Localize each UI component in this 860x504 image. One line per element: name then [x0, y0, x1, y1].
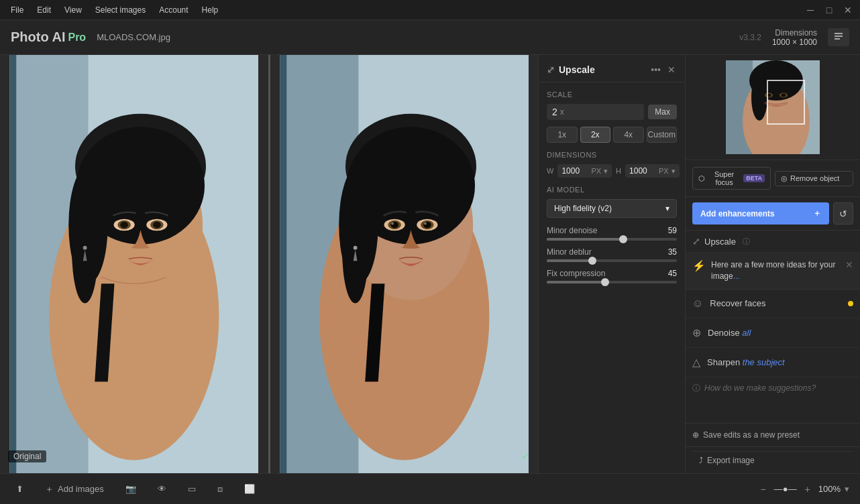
- ai-model-value: High fidelity (v2): [554, 204, 612, 213]
- upscale-body: Scale 2 x Max 1x 2x 4x Custom Dimensions…: [539, 82, 685, 298]
- super-focus-label: Super focus: [708, 170, 741, 186]
- add-enhancements-plus: ＋: [813, 208, 821, 219]
- upscale-more-button[interactable]: •••: [649, 63, 662, 76]
- upscale-icon: ⤢: [547, 64, 555, 75]
- menu-select-images[interactable]: Select images: [90, 4, 151, 16]
- upscale-settings-panel: ⤢ Upscale ••• ✕ Scale 2 x Max 1x 2x 4x: [538, 55, 686, 473]
- denoise-label: Denoise all: [708, 328, 853, 338]
- scale-preset-1x[interactable]: 1x: [547, 127, 578, 143]
- menu-help[interactable]: Help: [197, 4, 224, 16]
- maximize-button[interactable]: □: [822, 3, 836, 17]
- ai-model-section: AI model High fidelity (v2) ▾: [547, 186, 677, 218]
- minor-deblur-thumb[interactable]: [588, 257, 596, 265]
- titlebar: File Edit View Select images Account Hel…: [0, 0, 860, 20]
- upscale-info-icon[interactable]: ⓘ: [743, 237, 750, 247]
- camera-button[interactable]: 📷: [120, 481, 142, 497]
- minor-denoise-value: 59: [668, 226, 677, 235]
- scale-input-group: 2 x: [547, 104, 644, 120]
- fix-compression-thumb[interactable]: [601, 278, 609, 286]
- upscale-close-button[interactable]: ✕: [666, 63, 677, 76]
- upload-button[interactable]: ⬆: [11, 481, 29, 497]
- filename-label: MLOADS.COM.jpg: [97, 32, 170, 42]
- export-icon: ⤴: [699, 456, 703, 465]
- ai-model-chevron: ▾: [665, 204, 669, 213]
- dim-w-input[interactable]: [561, 166, 588, 176]
- processed-portrait: [270, 55, 539, 473]
- sharpen-label: Sharpen the subject: [707, 357, 853, 367]
- menu-file[interactable]: File: [5, 4, 29, 16]
- thumbnail-container: [726, 60, 820, 154]
- appbar: Photo AI Pro MLOADS.COM.jpg v3.3.2 Dimen…: [0, 20, 860, 55]
- sidebar-right: ⬡ Super focus BETA ◎ Remove object Add e…: [686, 55, 860, 473]
- menu-edit[interactable]: Edit: [32, 4, 56, 16]
- rotate-button[interactable]: ↺: [833, 202, 853, 225]
- split-icon: ⧈: [217, 484, 223, 495]
- ai-model-select[interactable]: High fidelity (v2) ▾: [547, 199, 677, 218]
- lightning-icon: ⚡: [692, 259, 706, 272]
- minor-deblur-track[interactable]: [547, 259, 677, 262]
- fix-compression-track[interactable]: [547, 281, 677, 284]
- layout-button[interactable]: ▭: [182, 481, 201, 497]
- svg-point-36: [391, 223, 394, 225]
- zoom-dropdown-icon[interactable]: ▾: [845, 484, 849, 494]
- minor-denoise-thumb[interactable]: [619, 235, 627, 243]
- add-images-button[interactable]: ＋ Add images: [40, 481, 109, 498]
- scale-max-button[interactable]: Max: [648, 105, 677, 119]
- scale-preset-custom[interactable]: Custom: [647, 127, 678, 143]
- export-button[interactable]: ⤴ Export image: [692, 451, 853, 469]
- suggestion-banner: ⚡ Here are a few more ideas for your ima…: [686, 253, 860, 290]
- camera-icon: 📷: [125, 484, 136, 494]
- minor-denoise-track[interactable]: [547, 238, 677, 241]
- menu-bar: File Edit View Select images Account Hel…: [5, 4, 223, 16]
- compare-button[interactable]: ⬜: [239, 481, 260, 497]
- minor-deblur-value: 35: [668, 247, 677, 257]
- window-controls: ─ □ ✕: [804, 3, 855, 17]
- suggestion-banner-text: Here are a few more ideas for your image…: [711, 259, 840, 282]
- minimize-button[interactable]: ─: [804, 3, 817, 17]
- zoom-area: − —●— + 100% ▾: [757, 483, 849, 496]
- eye-button[interactable]: 👁: [152, 481, 172, 497]
- svg-point-45: [751, 74, 767, 121]
- dim-h-label: H: [616, 167, 621, 175]
- export-label: Export image: [707, 456, 755, 465]
- suggestions-area: ⚡ Here are a few more ideas for your ima…: [686, 253, 860, 423]
- dim-w-group: PX ▾: [557, 164, 612, 178]
- dim-h-dropdown[interactable]: ▾: [671, 167, 676, 176]
- dimensions-value: 1000 × 1000: [772, 38, 817, 47]
- menu-view[interactable]: View: [59, 4, 87, 16]
- remove-object-label: Remove object: [790, 174, 839, 182]
- dim-w-dropdown[interactable]: ▾: [604, 167, 608, 176]
- how-suggestion-link[interactable]: ⓘ How do we make suggestions?: [686, 377, 860, 399]
- svg-point-49: [782, 94, 786, 97]
- panel-toggle-button[interactable]: [828, 28, 849, 46]
- original-image-panel: Original: [0, 55, 268, 473]
- zoom-plus-button[interactable]: +: [801, 483, 814, 496]
- denoise-icon: ⊕: [692, 326, 701, 339]
- close-button[interactable]: ✕: [841, 3, 855, 17]
- eye-icon: 👁: [158, 484, 166, 494]
- add-enhancements-button[interactable]: Add enhancements ＋: [692, 202, 829, 225]
- remove-object-button[interactable]: ◎ Remove object: [775, 171, 853, 186]
- scale-row: 2 x Max: [547, 104, 677, 120]
- suggestion-sharpen[interactable]: △ Sharpen the subject: [686, 348, 860, 377]
- super-focus-button[interactable]: ⬡ Super focus BETA: [692, 167, 771, 190]
- menu-account[interactable]: Account: [154, 4, 193, 16]
- scale-preset-4x[interactable]: 4x: [613, 127, 644, 143]
- svg-rect-1: [835, 36, 843, 37]
- main-area: Original: [0, 55, 860, 473]
- svg-point-37: [424, 223, 427, 225]
- split-button[interactable]: ⧈: [212, 481, 228, 497]
- original-portrait: [0, 55, 268, 473]
- zoom-minus-button[interactable]: −: [757, 483, 770, 496]
- app-name-photo-ai: Photo AI: [11, 29, 65, 45]
- suggestion-denoise[interactable]: ⊕ Denoise all: [686, 318, 860, 348]
- suggestion-recover-faces[interactable]: ☺ Recover faces: [686, 290, 860, 318]
- scale-preset-2x[interactable]: 2x: [580, 127, 611, 143]
- svg-point-19: [83, 246, 87, 250]
- close-suggestion-button[interactable]: ✕: [845, 259, 853, 270]
- processed-image-panel: ✓: [270, 55, 539, 473]
- save-preset-button[interactable]: ⊕ Save edits as a new preset: [686, 423, 860, 446]
- super-focus-icon: ⬡: [698, 174, 705, 183]
- dim-h-input[interactable]: [629, 166, 656, 176]
- svg-point-18: [153, 222, 161, 229]
